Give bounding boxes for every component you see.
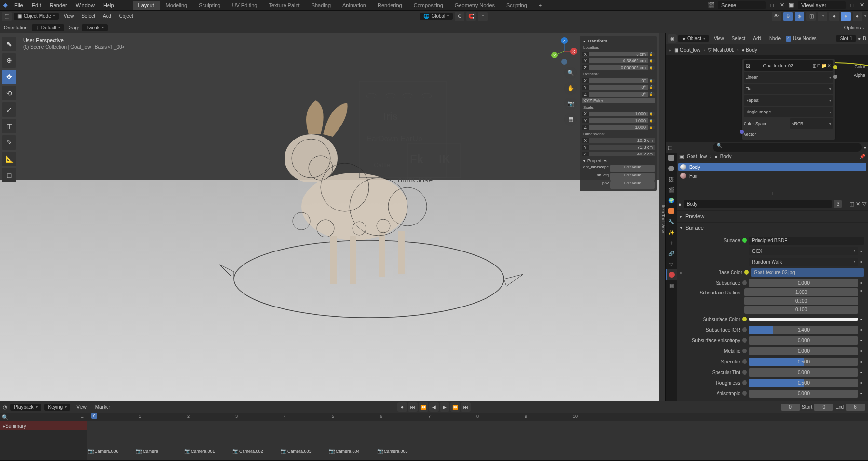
rot-x[interactable]: 0°: [589, 78, 648, 83]
browse-icon[interactable]: ◫: [813, 63, 817, 68]
node-icon[interactable]: ▽: [862, 201, 866, 207]
delete-scene-icon[interactable]: ✕: [778, 2, 785, 9]
image-field[interactable]: 🖼Goat-texture 02.j...◫□📁✕: [744, 60, 833, 71]
tool-addcube[interactable]: □: [2, 168, 16, 182]
value-slider[interactable]: 0.000: [749, 347, 858, 355]
tool-transform[interactable]: ◫: [2, 119, 16, 133]
summary-row[interactable]: ▸ Summary: [0, 421, 87, 430]
lock-icon[interactable]: 🔓: [648, 79, 655, 83]
subsurface-radius-value[interactable]: 0.100: [744, 306, 858, 314]
end-frame[interactable]: 6: [846, 404, 865, 411]
jump-end-icon[interactable]: ⏭: [461, 402, 471, 412]
mode-selector[interactable]: ▣Object Mode▾: [14, 13, 59, 20]
bc-object[interactable]: ▣ Goat_low: [674, 47, 700, 53]
slot-hair[interactable]: Hair: [678, 171, 866, 180]
camera-marker[interactable]: 📷Camera.004: [329, 448, 360, 454]
filter-icon[interactable]: ▾: [864, 145, 866, 150]
add-menu[interactable]: Add: [750, 35, 764, 42]
playback-dd[interactable]: Playback▾: [10, 404, 41, 411]
prop-ant[interactable]: Edit Value: [610, 165, 655, 172]
value-slider[interactable]: 0.500: [749, 379, 858, 387]
tab-scene[interactable]: 🎬: [666, 184, 677, 195]
source-dd[interactable]: Single Image▾: [744, 107, 833, 117]
surface-shader-dd[interactable]: Principled BSDF: [749, 237, 864, 245]
tab-animation[interactable]: Animation: [337, 1, 372, 10]
prop-hn[interactable]: Edit Value: [610, 173, 655, 181]
editor-type-icon[interactable]: ⬚: [668, 145, 672, 150]
tab-uv-editing[interactable]: UV Editing: [226, 1, 263, 10]
xray-icon[interactable]: ◫: [806, 12, 816, 21]
alpha-socket[interactable]: [833, 75, 837, 79]
play-icon[interactable]: ▶: [440, 402, 449, 412]
proportional-icon[interactable]: ○: [478, 12, 488, 21]
start-frame[interactable]: 0: [814, 404, 833, 411]
shading-solid-icon[interactable]: ●: [829, 12, 839, 21]
editor-type-icon[interactable]: ⬚: [2, 12, 12, 21]
dim-y[interactable]: 71.3 cm: [589, 145, 655, 150]
properties-header[interactable]: Properties: [582, 157, 655, 164]
expand-icon[interactable]: ↔: [80, 414, 85, 420]
rot-z[interactable]: 0°: [589, 92, 648, 97]
lock-icon[interactable]: 🔓: [648, 52, 655, 56]
loc-y[interactable]: 0.38469 cm: [589, 58, 648, 63]
scl-y[interactable]: 1.000: [589, 118, 648, 123]
gizmo-toggle-icon[interactable]: ⊕: [783, 12, 793, 21]
value-slider[interactable]: 0.000: [749, 336, 858, 345]
tab-constraints[interactable]: 🔗: [666, 248, 677, 259]
camera-marker[interactable]: 📷Camera.002: [232, 448, 263, 454]
search-icon[interactable]: 🔍: [2, 414, 9, 420]
camera-marker[interactable]: 📷Camera.001: [184, 448, 215, 454]
copy-icon[interactable]: ◫: [849, 201, 854, 207]
interpolation-dd[interactable]: Linear▾: [744, 72, 833, 83]
subsurface-radius-value[interactable]: 0.200: [744, 297, 858, 305]
tool-annotate[interactable]: ✎: [2, 135, 16, 150]
node-editor[interactable]: Color Alpha 🖼Goat-texture 02.j...◫□📁✕ Li…: [666, 55, 868, 142]
value-slider[interactable]: 1.400: [749, 326, 858, 334]
slot-body[interactable]: Body: [678, 163, 866, 171]
close-icon[interactable]: ✕: [827, 63, 831, 68]
value-slider[interactable]: 0.500: [749, 358, 858, 366]
lock-icon[interactable]: 🔓: [648, 92, 655, 96]
marker-menu[interactable]: Marker: [93, 404, 113, 411]
material-preview-icon[interactable]: ●: [678, 201, 682, 207]
tab-render[interactable]: [666, 153, 677, 163]
tab-modifiers[interactable]: 🔧: [666, 216, 677, 227]
new-icon[interactable]: □: [844, 201, 847, 207]
camera-marker[interactable]: 📷Camera.005: [377, 448, 408, 454]
value-slider[interactable]: 0.000: [749, 279, 858, 287]
orientation-dd[interactable]: ⊹Default▾: [32, 24, 65, 31]
tab-output[interactable]: [666, 163, 677, 174]
search-input[interactable]: 🔍: [713, 143, 862, 152]
transform-header[interactable]: Transform: [582, 38, 655, 44]
lock-icon[interactable]: 🔓: [648, 126, 655, 129]
lock-icon[interactable]: 🔓: [648, 112, 655, 116]
tool-move[interactable]: ✥: [2, 70, 16, 84]
copy-icon[interactable]: □: [818, 63, 820, 68]
delete-viewlayer-icon[interactable]: ✕: [858, 2, 865, 9]
tool-cursor[interactable]: ⊕: [2, 53, 16, 68]
editor-type-icon[interactable]: ◉: [668, 34, 677, 43]
keying-dd[interactable]: Keying▾: [44, 404, 71, 411]
select-menu[interactable]: Select: [729, 35, 748, 42]
viewlayer-icon[interactable]: ▣: [788, 2, 795, 9]
camera-icon[interactable]: 📷: [564, 98, 577, 110]
value-slider[interactable]: 0.000: [749, 368, 858, 377]
color-field[interactable]: [749, 318, 858, 321]
shading-wire-icon[interactable]: ○: [818, 12, 827, 21]
lock-icon[interactable]: 🔓: [648, 119, 655, 123]
prop-pov[interactable]: Edit Value: [610, 181, 655, 189]
new-viewlayer-icon[interactable]: □: [849, 2, 855, 9]
jump-prev-icon[interactable]: ⏪: [419, 402, 428, 412]
tab-object[interactable]: [666, 206, 677, 216]
select-menu[interactable]: Select: [79, 13, 98, 20]
tool-measure[interactable]: 📐: [2, 152, 16, 166]
distribution-dd[interactable]: GGX▾: [749, 247, 858, 255]
extension-dd[interactable]: Repeat▾: [744, 95, 833, 106]
user-count[interactable]: 3: [834, 200, 842, 208]
visibility-icon[interactable]: 👁: [772, 12, 781, 21]
tool-select[interactable]: ⬉: [2, 37, 16, 51]
editor-type-icon[interactable]: ◔: [3, 405, 7, 410]
bc-mesh[interactable]: ▽ Mesh.001: [708, 47, 734, 53]
tab-world[interactable]: 🌍: [666, 195, 677, 206]
material-name-field[interactable]: Body: [684, 200, 832, 208]
